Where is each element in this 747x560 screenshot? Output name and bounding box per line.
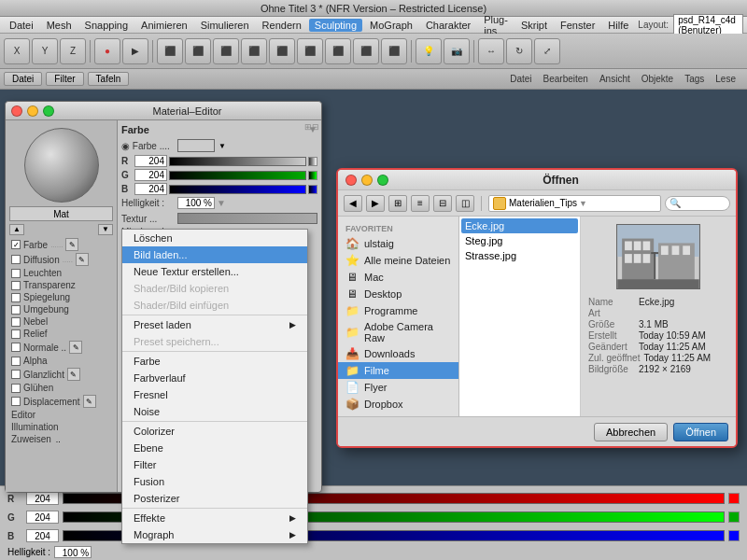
sidebar-downloads[interactable]: 📥 Downloads	[338, 345, 458, 362]
ctx-loeschen[interactable]: Löschen	[122, 230, 307, 246]
file-ecke[interactable]: Ecke.jpg	[461, 218, 578, 233]
mat-prop-transparenz[interactable]: Transparenz	[9, 279, 113, 291]
mat-prop-rel-check[interactable]	[11, 329, 21, 339]
mat-name[interactable]: Mat	[9, 206, 113, 221]
file-strasse[interactable]: Strasse.jpg	[461, 248, 578, 263]
menu-fenster[interactable]: Fenster	[555, 19, 600, 32]
menu-hilfe[interactable]: Hilfe	[602, 19, 634, 32]
ctx-filter[interactable]: Filter	[122, 456, 307, 473]
view-col-btn[interactable]: ⊟	[433, 195, 452, 212]
menu-animieren[interactable]: Animieren	[135, 19, 193, 32]
folder-dropdown-icon[interactable]: ▼	[579, 199, 587, 208]
win-min-btn[interactable]	[27, 105, 38, 117]
dialog-search-input[interactable]	[665, 196, 730, 211]
ctx-preset-laden[interactable]: Preset laden	[122, 316, 307, 333]
second-menu-objekte[interactable]: Objekte	[641, 74, 673, 84]
view-list-btn[interactable]: ≡	[411, 195, 430, 212]
menu-mograph[interactable]: MoGraph	[364, 19, 418, 32]
win-max-btn[interactable]	[43, 105, 54, 117]
menu-datei[interactable]: Datei	[4, 19, 39, 32]
toolbar-obj2-btn[interactable]: ⬛	[185, 38, 211, 64]
g-value[interactable]: 204	[26, 511, 59, 524]
toolbar-z-btn[interactable]: Z	[60, 38, 86, 64]
mat-prop-normale[interactable]: Normale .. ✎	[9, 340, 113, 355]
mat-textur-bar[interactable]	[177, 213, 317, 224]
nav-back-btn[interactable]: ◀	[344, 195, 362, 212]
menu-rendern[interactable]: Rendern	[257, 19, 307, 32]
sidebar-filme[interactable]: 📁 Filme	[338, 362, 458, 379]
mat-g-input[interactable]: 204	[134, 169, 167, 181]
toolbar-obj5-btn[interactable]: ⬛	[269, 38, 295, 64]
second-menu-ansicht[interactable]: Ansicht	[599, 74, 630, 84]
dialog-max-btn[interactable]	[377, 175, 388, 186]
toolbar-cam-btn[interactable]: 📷	[444, 38, 470, 64]
mat-prop-farbe[interactable]: ✓ Farbe ...... ✎	[9, 237, 113, 252]
ctx-fresnel[interactable]: Fresnel	[122, 386, 307, 403]
mat-b-slider[interactable]	[169, 185, 306, 194]
open-button[interactable]: Öffnen	[673, 423, 728, 441]
mat-farbe-arrow[interactable]: ▼	[218, 142, 226, 150]
sidebar-desktop[interactable]: 🖥 Desktop	[338, 286, 458, 302]
mat-prop-alpha[interactable]: Alpha	[9, 355, 113, 367]
dialog-close-btn[interactable]	[345, 175, 357, 186]
mat-prop-umgebung[interactable]: Umgebung	[9, 303, 113, 315]
mat-hell-input[interactable]: 100 %	[177, 197, 215, 209]
ctx-posterizer[interactable]: Posterizer	[122, 490, 307, 507]
dialog-min-btn[interactable]	[361, 175, 373, 186]
ctx-neue-textur[interactable]: Neue Textur erstellen...	[122, 263, 307, 280]
mat-prop-norm-check[interactable]	[11, 343, 21, 352]
toolbar-obj4-btn[interactable]: ⬛	[241, 38, 267, 64]
ctx-colorizer[interactable]: Colorizer	[122, 423, 307, 440]
cancel-button[interactable]: Abbrechen	[594, 423, 668, 441]
mat-prop-disp-edit[interactable]: ✎	[83, 395, 96, 408]
sidebar-dropbox[interactable]: 📦 Dropbox	[338, 396, 458, 413]
r-value[interactable]: 204	[26, 492, 59, 505]
sidebar-mac[interactable]: 🖥 Mac	[338, 269, 458, 286]
second-menu-lese[interactable]: Lese	[715, 74, 736, 84]
helligkeit-value-bottom[interactable]: 100 %	[54, 546, 92, 558]
menu-simulieren[interactable]: Simulieren	[195, 19, 255, 32]
toolbar-light-btn[interactable]: 💡	[416, 38, 442, 64]
sidebar-programme[interactable]: 📁 Programme	[338, 302, 458, 319]
mat-r-input[interactable]: 204	[134, 155, 167, 167]
mat-scroll-up[interactable]: ▲	[9, 224, 24, 235]
toolbar-move-btn[interactable]: ↔	[478, 38, 504, 64]
toolbar-record-btn[interactable]: ●	[94, 38, 120, 64]
toolbar-obj1-btn[interactable]: ⬛	[157, 38, 183, 64]
win-close-btn[interactable]	[11, 105, 22, 117]
mat-prop-zuweisen[interactable]: Zuweisen ..	[9, 433, 113, 445]
toolbar2-tafeln-btn[interactable]: Tafeln	[88, 72, 130, 86]
sidebar-flyer[interactable]: 📄 Flyer	[338, 379, 458, 396]
sidebar-ulstaig[interactable]: 🏠 ulstaig	[338, 235, 458, 252]
toolbar2-datei-btn[interactable]: Datei	[4, 72, 42, 86]
mat-prop-leuch-check[interactable]	[11, 269, 21, 278]
mat-prop-glanz-check[interactable]	[11, 370, 21, 379]
menu-charakter[interactable]: Charakter	[420, 19, 476, 32]
mat-prop-norm-edit[interactable]: ✎	[69, 341, 82, 354]
second-menu-bearbeiten[interactable]: Bearbeiten	[543, 74, 588, 84]
mat-prop-glanz-edit[interactable]: ✎	[67, 368, 80, 381]
second-menu-datei[interactable]: Datei	[510, 74, 531, 84]
mat-g-slider[interactable]	[169, 171, 306, 180]
mat-color-swatch[interactable]	[177, 139, 215, 152]
mat-prop-spieg-check[interactable]	[11, 293, 21, 302]
mat-prop-gluehen[interactable]: Glühen	[9, 382, 113, 394]
mat-prop-farbe-check[interactable]: ✓	[11, 240, 21, 249]
sidebar-alle-dateien[interactable]: ⭐ Alle meine Dateien	[338, 252, 458, 269]
mat-prop-illumination[interactable]: Illumination	[9, 421, 113, 433]
menu-skript[interactable]: Skript	[515, 19, 553, 32]
mat-prop-diff-edit[interactable]: ✎	[76, 253, 89, 266]
sidebar-camera-raw[interactable]: 📁 Adobe Camera Raw	[338, 319, 458, 345]
toolbar2-filter-btn[interactable]: Filter	[46, 72, 83, 86]
layout-value[interactable]: psd_R14_c4d (Benutzer)	[673, 14, 743, 36]
toolbar-scale-btn[interactable]: ⤢	[534, 38, 560, 64]
mat-prop-glue-check[interactable]	[11, 384, 21, 393]
ctx-mograph[interactable]: Mograph	[122, 526, 307, 543]
toolbar-x-btn[interactable]: X	[4, 38, 30, 64]
file-steg[interactable]: Steg.jpg	[461, 233, 578, 248]
toolbar-obj7-btn[interactable]: ⬛	[325, 38, 351, 64]
mat-b-input[interactable]: 204	[134, 183, 167, 195]
mat-hell-arrow[interactable]: ▼	[217, 198, 226, 208]
toolbar-obj3-btn[interactable]: ⬛	[213, 38, 239, 64]
mat-prop-relief[interactable]: Relief	[9, 328, 113, 340]
